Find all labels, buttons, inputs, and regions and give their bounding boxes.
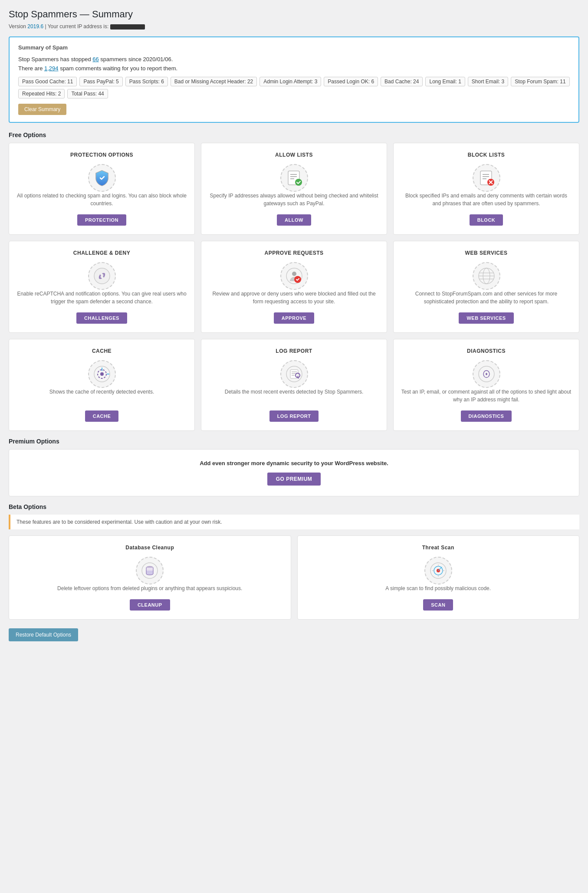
svg-point-4 <box>295 179 302 186</box>
beta-warning: These features are to be considered expe… <box>9 515 579 529</box>
version-label: Version <box>9 23 27 30</box>
card-cleanup: Database Cleanup Delete leftover options… <box>9 535 291 620</box>
card-title-allow: ALLOW LISTS <box>275 152 313 158</box>
card-title-logreport: LOG REPORT <box>276 348 312 354</box>
svg-point-12 <box>94 268 110 284</box>
card-btn-block[interactable]: BLOCK <box>470 214 503 226</box>
svg-point-30 <box>486 373 487 375</box>
card-btn-cleanup[interactable]: CLEANUP <box>130 599 170 611</box>
card-title-block: BLOCK LISTS <box>468 152 505 158</box>
card-cache: CACHE Shows the cache of recently detect… <box>9 339 195 431</box>
card-allow: ALLOW LISTS Specify IP addresses always … <box>201 143 387 235</box>
card-diagnostics: DIAGNOSTICS Test an IP, email, or commen… <box>393 339 579 431</box>
ip-value <box>110 24 145 30</box>
card-desc-cache: Shows the cache of recently detected eve… <box>49 388 154 404</box>
card-title-approve: APPROVE REQUESTS <box>264 250 323 256</box>
page-title: Stop Spammers — Summary <box>9 9 579 20</box>
stat-tag: Long Email: 1 <box>425 77 465 86</box>
premium-box: Add even stronger more dynamic security … <box>9 449 579 496</box>
stat-tag: Passed Login OK: 6 <box>324 77 378 86</box>
summary-stopped-text: Stop Spammers has stopped 66 spammers si… <box>18 56 570 62</box>
card-block: BLOCK LISTS Block specified IPs and emai… <box>393 143 579 235</box>
card-desc-cleanup: Delete leftover options from deleted plu… <box>57 584 242 592</box>
card-icon-protection <box>88 164 116 192</box>
card-approve: APPROVE REQUESTS Review and approve or d… <box>201 241 387 333</box>
card-desc-logreport: Details the most recent events detected … <box>225 388 364 404</box>
card-icon-challenge <box>88 262 116 290</box>
stat-tag: Bad or Missing Accept Header: 22 <box>171 77 257 86</box>
card-icon-cache <box>88 360 116 388</box>
card-desc-approve: Review and approve or deny users who wer… <box>208 290 380 305</box>
card-desc-threatscan: A simple scan to find possibly malicious… <box>385 584 491 592</box>
version-bar: Version 2019.6 | Your current IP address… <box>9 23 579 30</box>
card-title-challenge: CHALLENGE & DENY <box>73 250 130 256</box>
card-protection: PROTECTION OPTIONS All options related t… <box>9 143 195 235</box>
svg-point-23 <box>100 372 104 376</box>
card-desc-block: Block specified IPs and emails and deny … <box>401 192 572 207</box>
free-options-title: Free Options <box>9 131 579 138</box>
card-btn-approve[interactable]: APPROVE <box>274 312 314 324</box>
card-icon-threatscan <box>424 557 452 584</box>
card-desc-webservices: Connect to StopForumSpam.com and other s… <box>401 290 572 305</box>
beta-grid: Database Cleanup Delete leftover options… <box>9 535 579 620</box>
card-title-webservices: WEB SERVICES <box>465 250 508 256</box>
card-title-protection: PROTECTION OPTIONS <box>70 152 133 158</box>
card-btn-allow[interactable]: ALLOW <box>277 214 311 226</box>
stopped-count-link[interactable]: 66 <box>92 56 99 62</box>
card-desc-protection: All options related to checking spam and… <box>16 192 187 207</box>
card-challenge: CHALLENGE & DENY Enable reCAPTCHA and no… <box>9 241 195 333</box>
stat-tag: Pass PayPal: 5 <box>79 77 122 86</box>
premium-options-title: Premium Options <box>9 438 579 445</box>
card-threatscan: Threat Scan A simple scan to find possib… <box>297 535 580 620</box>
card-btn-cache[interactable]: CACHE <box>85 410 119 422</box>
card-icon-cleanup <box>136 557 164 584</box>
card-btn-diagnostics[interactable]: DIAGNOSTICS <box>461 410 512 422</box>
card-title-cleanup: Database Cleanup <box>125 545 174 551</box>
card-icon-logreport <box>280 360 308 388</box>
svg-point-14 <box>292 272 296 276</box>
go-premium-button[interactable]: GO PREMIUM <box>267 473 321 486</box>
summary-title: Summary of Spam <box>18 44 570 51</box>
summary-box: Summary of Spam Stop Spammers has stoppe… <box>9 36 579 123</box>
stat-tag: Pass Good Cache: 11 <box>18 77 77 86</box>
card-title-threatscan: Threat Scan <box>422 545 454 551</box>
card-btn-protection[interactable]: PROTECTION <box>77 214 126 226</box>
stat-tag: Repeated Hits: 2 <box>18 89 65 98</box>
card-desc-diagnostics: Test an IP, email, or comment against al… <box>401 388 572 404</box>
waiting-count-link[interactable]: 1,294 <box>44 65 59 72</box>
free-options-grid: PROTECTION OPTIONS All options related t… <box>9 143 579 431</box>
clear-summary-button[interactable]: Clear Summary <box>18 104 66 115</box>
restore-defaults-button[interactable]: Restore Default Options <box>9 628 78 641</box>
stat-tag: Short Email: 3 <box>468 77 508 86</box>
card-icon-approve <box>280 262 308 290</box>
card-title-cache: CACHE <box>92 348 112 354</box>
card-icon-diagnostics <box>473 360 500 388</box>
card-desc-allow: Specify IP addresses always allowed with… <box>208 192 380 207</box>
stat-tag: Pass Scripts: 6 <box>125 77 168 86</box>
summary-waiting-text: There are 1,294 spam comments waiting fo… <box>18 65 570 72</box>
stat-tag: Bad Cache: 24 <box>381 77 423 86</box>
premium-desc: Add even stronger more dynamic security … <box>16 460 572 466</box>
stat-tag: Total Pass: 44 <box>67 89 108 98</box>
card-btn-challenge[interactable]: CHALLENGES <box>76 312 127 324</box>
card-btn-webservices[interactable]: WEB SERVICES <box>459 312 513 324</box>
card-icon-block <box>473 164 500 192</box>
version-link[interactable]: 2019.6 <box>27 23 43 30</box>
card-btn-logreport[interactable]: LOG REPORT <box>269 410 319 422</box>
stat-tag: Admin Login Attempt: 3 <box>260 77 321 86</box>
stats-tags: Pass Good Cache: 11Pass PayPal: 5Pass Sc… <box>18 77 570 98</box>
footer: Restore Default Options <box>9 628 579 641</box>
card-logreport: LOG REPORT Details the most recent event… <box>201 339 387 431</box>
card-webservices: WEB SERVICES Connect to StopForumSpam.co… <box>393 241 579 333</box>
card-desc-challenge: Enable reCAPTCHA and notification option… <box>16 290 187 305</box>
card-icon-webservices <box>473 262 500 290</box>
stat-tag: Stop Forum Spam: 11 <box>511 77 569 86</box>
beta-options-title: Beta Options <box>9 503 579 510</box>
card-icon-allow <box>280 164 308 192</box>
card-btn-threatscan[interactable]: SCAN <box>423 599 453 611</box>
card-title-diagnostics: DIAGNOSTICS <box>467 348 506 354</box>
version-suffix: | Your current IP address is: <box>43 23 108 30</box>
